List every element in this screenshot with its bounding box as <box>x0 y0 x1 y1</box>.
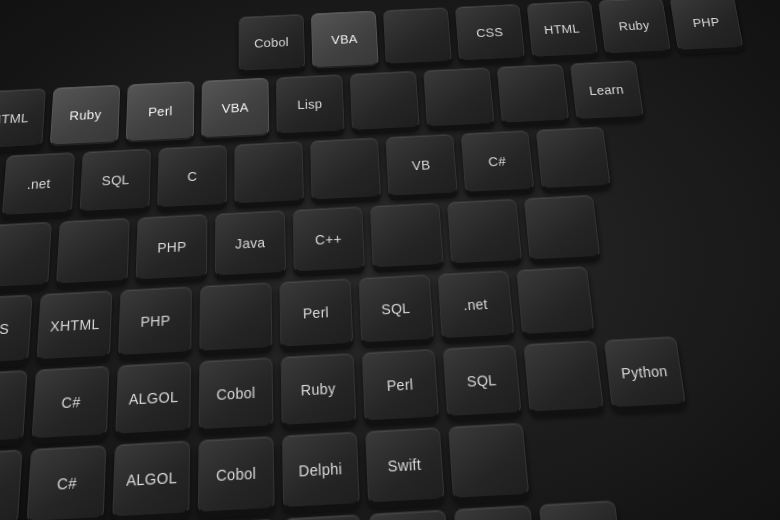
key-ruby-r1: Ruby <box>50 85 121 147</box>
keyboard: Cobol VBA CSS HTML Ruby PHP HTML Ruby Pe… <box>0 0 780 520</box>
key-sp15 <box>448 423 529 501</box>
key-perl-r4: Perl <box>279 278 353 348</box>
key-sql-r2: SQL <box>80 148 151 212</box>
key-php-r3: PHP <box>136 214 208 281</box>
key-cobol-r6: Cobol <box>198 436 275 514</box>
key-cobol: Cobol <box>239 14 306 73</box>
key-sp10 <box>447 199 522 266</box>
key-sql-r5: SQL <box>443 344 522 418</box>
key-net-r4: .net <box>437 270 514 340</box>
keyboard-background: Cobol VBA CSS HTML Ruby PHP HTML Ruby Pe… <box>0 0 780 520</box>
key-swift-r6: Swift <box>0 449 23 520</box>
key-sp11 <box>524 195 601 262</box>
key-sp12 <box>199 282 272 353</box>
key-sp3 <box>497 64 570 125</box>
key-sp4 <box>234 141 304 205</box>
key-sql-r4: SQL <box>358 274 434 344</box>
key-c-r2: C <box>157 145 227 209</box>
key-net-r2: .net <box>2 152 75 217</box>
key-cobol-r5: Cobol <box>199 357 274 431</box>
key-i-r5: i <box>0 370 28 445</box>
key-html-r1: HTML <box>0 88 46 150</box>
key-vb-r2: VB <box>385 134 457 198</box>
key-ruby-top: Ruby <box>598 0 671 55</box>
key-algol-r5: ALGOL <box>115 361 191 435</box>
key-perl-r1: Perl <box>126 81 195 142</box>
key-scala-r7: Scala <box>283 514 363 520</box>
key-csharp-r5: C# <box>32 366 110 441</box>
key-css-r7: CSS <box>454 505 538 520</box>
key-sp1 <box>350 71 420 132</box>
key-cpp-r3: C++ <box>293 206 365 273</box>
key-sp5 <box>310 137 381 201</box>
key-javascript-r7: JavaSc <box>539 500 624 520</box>
key-php-r4: PHP <box>118 286 192 357</box>
key-delphi-r7: Delphi <box>369 509 451 520</box>
key-java-r3: Java <box>215 210 286 277</box>
key-sp6 <box>536 126 611 189</box>
key-css-r4: CSS <box>0 294 33 365</box>
key-sp9 <box>370 202 444 269</box>
key-algol-r6: ALGOL <box>112 440 190 518</box>
key-delphi-r6: Delphi <box>282 431 360 509</box>
key-sp8 <box>56 218 130 286</box>
key-css-top: CSS <box>455 4 525 62</box>
key-swift-r6b: Swift <box>365 427 445 505</box>
key-perl-r5: Perl <box>362 349 439 423</box>
key-csharp-r2: C# <box>461 130 535 194</box>
key-vba-top: VBA <box>311 11 379 69</box>
key-learn: Learn <box>570 60 644 121</box>
key-lisp-r1: Lisp <box>276 74 345 135</box>
key-sp14 <box>523 340 604 413</box>
key-sp2 <box>423 67 494 128</box>
key-ruby-r5: Ruby <box>281 353 357 427</box>
key-xhtml-r4: XHTML <box>36 290 112 361</box>
key-sp13 <box>516 266 595 336</box>
key-html-top: HTML <box>526 1 598 59</box>
key-php-top: PHP <box>669 0 743 52</box>
key-python-r5: Python <box>604 336 686 409</box>
key-vba-r1: VBA <box>201 78 269 139</box>
key-spacer1 <box>383 7 452 65</box>
key-csharp-r6: C# <box>26 445 106 520</box>
key-sp7 <box>0 222 52 290</box>
